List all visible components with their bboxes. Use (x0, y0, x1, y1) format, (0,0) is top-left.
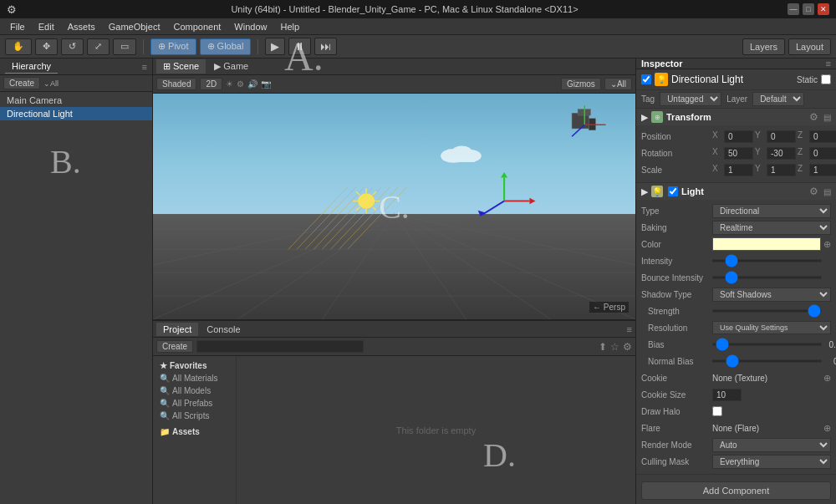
transform-gear-icon[interactable]: ⚙ (809, 111, 818, 123)
gizmos-btn[interactable]: Gizmos (561, 78, 601, 90)
minimize-button[interactable]: — (788, 3, 799, 15)
game-tab[interactable]: ▶Game (207, 59, 255, 74)
culling-select[interactable]: Everything (712, 455, 831, 469)
project-icon-1[interactable]: ⬆ (599, 341, 607, 353)
rotate-tool[interactable]: ↺ (61, 38, 84, 55)
cookie-size-row: Cookie Size (641, 387, 831, 402)
transform-header[interactable]: ▶ ⊕ Transform ⚙ ▤ (636, 109, 836, 125)
position-y-input[interactable] (767, 130, 796, 143)
flare-picker-icon[interactable]: ⊕ (823, 423, 831, 434)
scale-tool[interactable]: ⤢ (87, 38, 110, 55)
hierarchy-item-main-camera[interactable]: Main Camera (0, 94, 152, 107)
static-checkbox[interactable] (821, 74, 831, 84)
render-mode-select[interactable]: Auto (712, 438, 831, 452)
baking-select[interactable]: Realtime (712, 221, 831, 235)
intensity-label: Intensity (641, 257, 712, 266)
layout-button[interactable]: Layout (788, 38, 831, 55)
assets-section[interactable]: 📁 Assets (156, 425, 232, 438)
color-picker-icon[interactable]: ⊕ (823, 239, 831, 250)
hierarchy-create-btn[interactable]: Create (3, 77, 40, 89)
cookie-picker-icon[interactable]: ⊕ (823, 373, 831, 384)
console-tab[interactable]: Console (200, 323, 247, 336)
menu-assets[interactable]: Assets (61, 20, 102, 33)
shading-btn[interactable]: Shaded (156, 78, 196, 90)
tag-select[interactable]: Untagged (660, 92, 721, 106)
favorites-section[interactable]: ★ Favorites (156, 359, 232, 372)
rect-tool[interactable]: ▭ (113, 38, 136, 55)
cookie-row: Cookie None (Texture) ⊕ (641, 370, 831, 385)
project-tab[interactable]: Project (156, 323, 198, 336)
inspector-close[interactable]: ≡ (826, 59, 831, 69)
add-component-button[interactable]: Add Component (641, 481, 831, 500)
close-button[interactable]: ✕ (818, 3, 829, 15)
light-gear-icon[interactable]: ⚙ (809, 186, 818, 197)
light-name: Light (681, 186, 704, 196)
rotation-y-input[interactable] (767, 147, 796, 160)
resolution-select[interactable]: Use Quality Settings (712, 321, 831, 334)
menu-edit[interactable]: Edit (32, 20, 61, 33)
draw-halo-checkbox[interactable] (712, 406, 722, 416)
layers-button[interactable]: Layers (742, 38, 785, 55)
rotation-label: Rotation (641, 149, 712, 158)
scene-tab[interactable]: ⊞Scene (156, 59, 206, 74)
menu-gameobject[interactable]: GameObject (102, 20, 167, 33)
rotation-z-input[interactable] (809, 147, 836, 160)
normal-bias-slider[interactable] (712, 359, 822, 363)
all-materials-item[interactable]: 🔍 All Materials (156, 372, 232, 384)
all-models-item[interactable]: 🔍 All Models (156, 384, 232, 397)
scale-x-input[interactable] (724, 164, 753, 176)
global-button[interactable]: ⊕ Global (200, 38, 252, 55)
2d-toggle[interactable]: 2D (200, 78, 222, 90)
rotation-x-input[interactable] (724, 147, 753, 160)
cookie-size-input[interactable] (712, 389, 742, 401)
bias-label: Bias (641, 340, 712, 349)
maximize-button[interactable]: □ (803, 3, 814, 15)
hierarchy-close[interactable]: ≡ (142, 62, 147, 72)
pause-button[interactable]: ⏸ (288, 38, 311, 55)
all-scripts-item[interactable]: 🔍 All Scripts (156, 410, 232, 422)
hierarchy-tab[interactable]: Hierarchy (5, 59, 58, 74)
project-create-btn[interactable]: Create (156, 340, 193, 353)
scale-y-input[interactable] (767, 164, 796, 176)
light-menu-icon[interactable]: ▤ (823, 187, 831, 196)
position-x-input[interactable] (724, 130, 753, 143)
project-icon-2[interactable]: ☆ (610, 341, 619, 353)
scene-canvas[interactable]: ← Persp C. (153, 94, 635, 319)
light-enabled-checkbox[interactable] (668, 186, 678, 196)
intensity-slider[interactable] (712, 259, 822, 262)
project-icon-3[interactable]: ⚙ (623, 341, 632, 353)
strength-slider[interactable] (712, 309, 822, 313)
light-header[interactable]: ▶ 💡 Light ⚙ ▤ (636, 183, 836, 200)
layer-select[interactable]: Default (752, 92, 804, 106)
bias-slider[interactable] (712, 343, 822, 346)
play-button[interactable]: ▶ (265, 38, 285, 55)
bottom-close[interactable]: ≡ (627, 324, 632, 334)
move-tool[interactable]: ✥ (35, 38, 58, 55)
intensity-slider-container: 1 (712, 257, 836, 266)
object-active-checkbox[interactable] (641, 74, 651, 84)
type-label: Type (641, 206, 712, 216)
scene-icon-1: ☀ (226, 79, 233, 89)
bounce-slider[interactable] (712, 276, 822, 279)
shadow-type-select[interactable]: Soft Shadows (712, 288, 831, 302)
hierarchy-item-directional-light[interactable]: Directional Light (0, 107, 152, 120)
type-select[interactable]: Directional (712, 204, 831, 218)
project-search-input[interactable] (196, 340, 364, 353)
scale-z-input[interactable] (809, 164, 836, 176)
menu-window[interactable]: Window (227, 20, 273, 33)
step-button[interactable]: ⏭ (314, 38, 337, 55)
color-swatch[interactable] (712, 237, 821, 251)
scene-all-btn[interactable]: ⌄All (604, 78, 632, 90)
scene-icon-3: 🔊 (247, 79, 257, 89)
pivot-button[interactable]: ⊕ Pivot (150, 38, 196, 55)
all-prefabs-item[interactable]: 🔍 All Prefabs (156, 397, 232, 410)
menu-component[interactable]: Component (166, 20, 227, 33)
search-icon-materials: 🔍 (160, 374, 170, 383)
hand-tool[interactable]: ✋ (5, 38, 32, 55)
hierarchy-list: Main Camera Directional Light (0, 92, 152, 504)
project-tree: ★ Favorites 🔍 All Materials 🔍 All Models… (153, 356, 237, 504)
menu-file[interactable]: File (3, 20, 32, 33)
transform-menu-icon[interactable]: ▤ (823, 113, 831, 122)
position-z-input[interactable] (809, 130, 836, 143)
menu-help[interactable]: Help (273, 20, 306, 33)
